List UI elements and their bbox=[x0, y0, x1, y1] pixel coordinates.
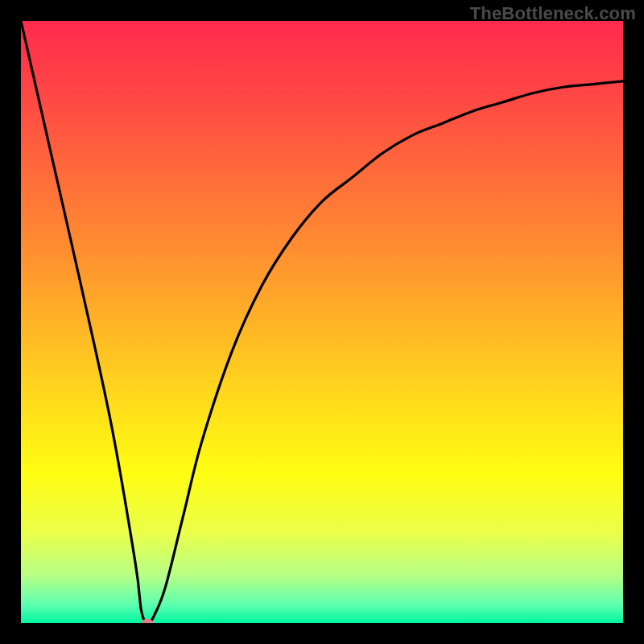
watermark-text: TheBottleneck.com bbox=[470, 3, 636, 24]
plot-area bbox=[21, 21, 623, 623]
bottleneck-curve-svg bbox=[21, 21, 623, 623]
chart-frame: TheBottleneck.com bbox=[0, 0, 644, 644]
bottleneck-curve-path bbox=[21, 21, 623, 623]
